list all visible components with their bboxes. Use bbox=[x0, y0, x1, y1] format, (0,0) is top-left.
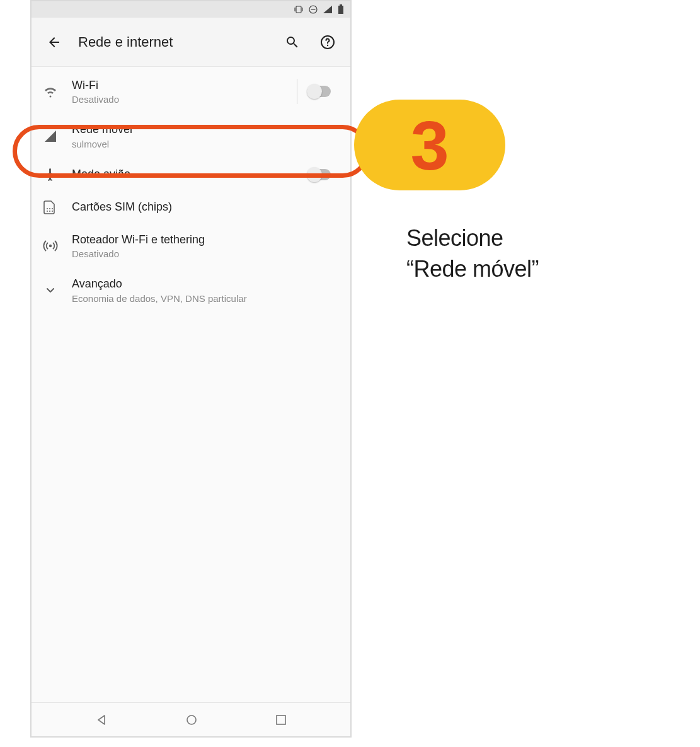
hotspot-title: Roteador Wi-Fi e tethering bbox=[72, 233, 338, 247]
step-number: 3 bbox=[410, 105, 449, 185]
search-button[interactable] bbox=[281, 31, 304, 54]
svg-point-15 bbox=[49, 245, 52, 247]
svg-point-11 bbox=[52, 208, 53, 209]
airplane-icon bbox=[43, 167, 72, 182]
instruction-line2: “Rede móvel” bbox=[406, 256, 539, 282]
row-mobile-network[interactable]: Rede móvel sulmovel bbox=[32, 113, 350, 158]
svg-point-14 bbox=[52, 211, 53, 212]
nav-home-button[interactable] bbox=[185, 714, 198, 726]
phone-frame: Rede e internet Wi-Fi Desativado bbox=[30, 0, 352, 738]
instruction-line1: Selecione bbox=[406, 225, 503, 251]
airplane-toggle[interactable] bbox=[307, 169, 331, 180]
advanced-title: Avançado bbox=[72, 277, 338, 291]
svg-point-10 bbox=[49, 208, 50, 209]
svg-rect-0 bbox=[296, 6, 301, 13]
nav-back-icon bbox=[95, 714, 108, 726]
row-advanced[interactable]: Avançado Economia de dados, VPN, DNS par… bbox=[32, 268, 350, 312]
mobile-subtitle: sulmovel bbox=[72, 139, 338, 149]
row-wifi[interactable]: Wi-Fi Desativado bbox=[32, 69, 350, 113]
svg-point-13 bbox=[49, 211, 50, 212]
search-icon bbox=[285, 35, 300, 50]
hotspot-icon bbox=[43, 238, 72, 253]
cellular-icon bbox=[43, 129, 72, 144]
svg-rect-6 bbox=[340, 4, 342, 6]
sim-icon bbox=[43, 200, 72, 215]
svg-point-12 bbox=[47, 211, 48, 212]
wifi-subtitle: Desativado bbox=[72, 94, 297, 105]
dnd-icon bbox=[309, 5, 318, 14]
chevron-down-icon bbox=[43, 282, 72, 298]
settings-list: Wi-Fi Desativado Rede móvel sulmovel Mod… bbox=[32, 67, 350, 702]
divider bbox=[297, 79, 297, 104]
help-icon bbox=[320, 35, 335, 50]
svg-point-8 bbox=[327, 44, 328, 45]
help-button[interactable] bbox=[316, 31, 339, 54]
battery-icon bbox=[338, 4, 344, 14]
svg-point-9 bbox=[47, 208, 48, 209]
app-bar: Rede e internet bbox=[32, 18, 350, 67]
svg-point-16 bbox=[187, 715, 196, 724]
nav-bar bbox=[32, 702, 350, 736]
instruction-text: Selecione “Rede móvel” bbox=[406, 223, 539, 284]
nav-recent-button[interactable] bbox=[275, 714, 287, 726]
arrow-back-icon bbox=[47, 35, 62, 50]
row-hotspot[interactable]: Roteador Wi-Fi e tethering Desativado bbox=[32, 224, 350, 268]
back-button[interactable] bbox=[43, 31, 66, 54]
wifi-toggle[interactable] bbox=[307, 86, 331, 97]
status-bar bbox=[32, 1, 350, 18]
mobile-title: Rede móvel bbox=[72, 122, 338, 137]
vibrate-icon bbox=[294, 5, 304, 14]
wifi-title: Wi-Fi bbox=[72, 78, 297, 93]
step-bubble: 3 bbox=[354, 100, 505, 190]
nav-back-button[interactable] bbox=[95, 714, 108, 726]
signal-icon bbox=[323, 5, 333, 14]
svg-rect-17 bbox=[277, 715, 285, 724]
airplane-title: Modo avião bbox=[72, 167, 300, 182]
nav-recent-icon bbox=[275, 714, 287, 726]
sim-title: Cartões SIM (chips) bbox=[72, 200, 338, 214]
row-sim-cards[interactable]: Cartões SIM (chips) bbox=[32, 191, 350, 224]
row-airplane-mode[interactable]: Modo avião bbox=[32, 158, 350, 191]
svg-rect-5 bbox=[338, 6, 343, 14]
advanced-subtitle: Economia de dados, VPN, DNS particular bbox=[72, 293, 338, 304]
page-title: Rede e internet bbox=[78, 34, 268, 50]
nav-home-icon bbox=[185, 714, 198, 726]
hotspot-subtitle: Desativado bbox=[72, 248, 338, 259]
wifi-icon bbox=[43, 84, 72, 99]
